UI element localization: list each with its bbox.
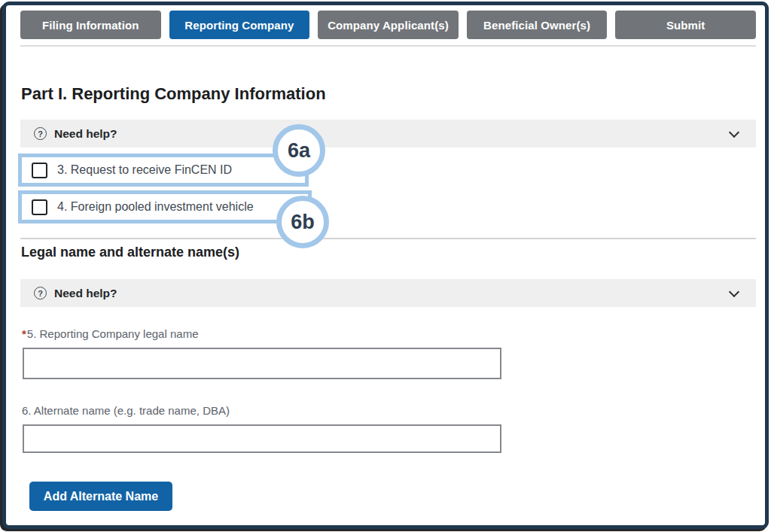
help-question-icon: ? — [34, 287, 47, 299]
required-asterisk: * — [22, 327, 26, 340]
tab-submit[interactable]: Submit — [615, 11, 756, 39]
annotation-circle-6b: 6b — [276, 196, 329, 248]
tab-reporting-company[interactable]: Reporting Company — [169, 11, 310, 39]
chevron-down-icon — [729, 127, 739, 138]
tabs-divider — [20, 45, 756, 47]
add-alternate-name-button[interactable]: Add Alternate Name — [29, 482, 172, 511]
alternate-name-label: 6. Alternate name (e.g. trade name, DBA) — [22, 404, 230, 417]
alternate-name-label-text: 6. Alternate name (e.g. trade name, DBA) — [22, 404, 230, 417]
section-heading: Legal name and alternate name(s) — [21, 245, 239, 260]
legal-name-label: *5. Reporting Company legal name — [22, 327, 198, 340]
tab-filing-information[interactable]: Filing Information — [20, 11, 161, 39]
tab-company-applicants[interactable]: Company Applicant(s) — [318, 11, 459, 39]
legal-name-label-text: 5. Reporting Company legal name — [27, 327, 199, 340]
need-help-accordion-2[interactable]: ? Need help? — [20, 279, 756, 307]
need-help-label: Need help? — [54, 127, 117, 141]
fincen-id-checkbox-label: 3. Request to receive FinCEN ID — [57, 163, 232, 177]
chevron-down-icon — [729, 287, 739, 297]
foreign-pooled-checkbox-label: 4. Foreign pooled investment vehicle — [57, 200, 254, 214]
legal-name-input[interactable] — [23, 348, 501, 379]
need-help-accordion-1[interactable]: ? Need help? — [20, 120, 756, 147]
checkbox-row-foreign-pooled-highlight: 4. Foreign pooled investment vehicle — [18, 190, 312, 223]
tab-bar: Filing Information Reporting Company Com… — [20, 11, 756, 39]
annotation-circle-6a: 6a — [273, 124, 325, 177]
foreign-pooled-checkbox[interactable] — [32, 199, 47, 215]
help-question-icon: ? — [34, 127, 47, 140]
page-title: Part I. Reporting Company Information — [21, 84, 326, 104]
form-window: Filing Information Reporting Company Com… — [2, 2, 769, 529]
section-divider — [20, 238, 756, 239]
need-help-label: Need help? — [54, 287, 117, 300]
alternate-name-input[interactable] — [23, 424, 501, 453]
checkbox-row-fincen-id-highlight: 3. Request to receive FinCEN ID — [18, 154, 309, 187]
fincen-id-checkbox[interactable] — [32, 163, 47, 178]
tab-beneficial-owners[interactable]: Beneficial Owner(s) — [467, 11, 608, 39]
